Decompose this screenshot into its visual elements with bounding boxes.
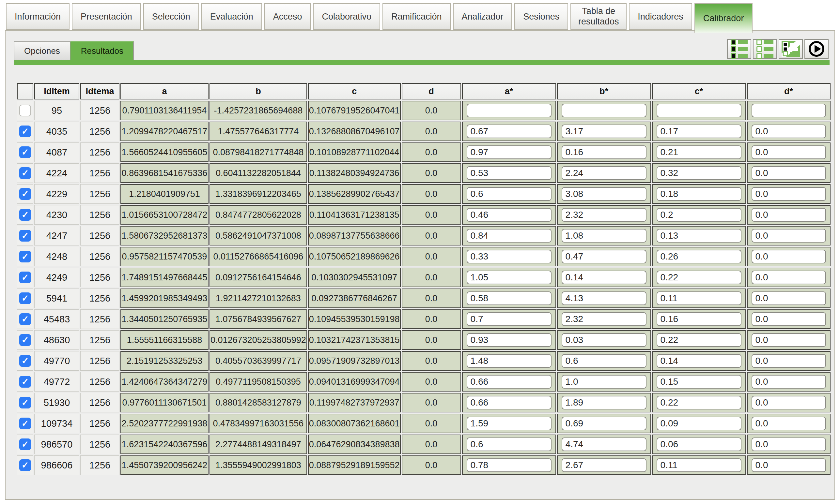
row-checkbox[interactable]: ✓ — [19, 438, 31, 450]
c-star-input[interactable] — [656, 187, 741, 201]
a-star-input[interactable] — [467, 145, 551, 159]
c-star-input[interactable] — [656, 291, 741, 305]
a-star-input[interactable] — [467, 437, 551, 451]
tab-seleccion[interactable]: Selección — [143, 3, 199, 30]
a-star-input[interactable] — [467, 291, 551, 305]
a-star-input[interactable] — [467, 354, 551, 368]
c-star-input[interactable] — [656, 417, 741, 430]
row-checkbox[interactable]: ✓ — [19, 376, 31, 388]
b-star-input[interactable] — [562, 104, 647, 118]
b-star-input[interactable] — [562, 312, 647, 326]
tab-analizador[interactable]: Analizador — [453, 3, 512, 30]
row-checkbox[interactable]: ✓ — [19, 418, 31, 429]
c-star-input[interactable] — [656, 458, 741, 472]
row-checkbox[interactable]: ✓ — [19, 188, 31, 200]
c-star-input[interactable] — [656, 271, 741, 284]
d-star-input[interactable] — [752, 312, 826, 326]
c-star-input[interactable] — [656, 250, 741, 264]
c-star-input[interactable] — [656, 396, 741, 410]
b-star-input[interactable] — [562, 271, 647, 284]
d-star-input[interactable] — [752, 417, 826, 430]
row-checkbox[interactable]: ✓ — [19, 209, 31, 221]
d-star-input[interactable] — [752, 396, 826, 410]
c-star-input[interactable] — [656, 229, 741, 242]
b-star-input[interactable] — [562, 375, 647, 389]
c-star-input[interactable] — [656, 166, 741, 180]
b-star-input[interactable] — [562, 187, 647, 201]
c-star-input[interactable] — [656, 375, 741, 389]
row-checkbox[interactable]: ✓ — [19, 146, 31, 158]
tab-ramificacion[interactable]: Ramificación — [382, 3, 451, 30]
d-star-input[interactable] — [752, 354, 826, 368]
tab-informacion[interactable]: Información — [6, 3, 69, 30]
a-star-input[interactable] — [467, 104, 551, 118]
b-star-input[interactable] — [562, 396, 647, 410]
run-button[interactable] — [804, 39, 828, 59]
a-star-input[interactable] — [467, 375, 551, 389]
tab-presentacion[interactable]: Presentación — [72, 3, 141, 30]
a-star-input[interactable] — [467, 229, 551, 242]
d-star-input[interactable] — [752, 250, 826, 264]
row-checkbox[interactable]: ✓ — [19, 230, 31, 241]
b-star-input[interactable] — [562, 458, 647, 472]
d-star-input[interactable] — [752, 229, 826, 242]
d-star-input[interactable] — [752, 333, 826, 347]
d-star-input[interactable] — [752, 145, 826, 159]
d-star-input[interactable] — [752, 437, 826, 451]
c-star-input[interactable] — [656, 333, 741, 347]
a-star-input[interactable] — [467, 458, 551, 472]
tab-acceso[interactable]: Acceso — [264, 3, 311, 30]
d-star-input[interactable] — [752, 187, 826, 201]
b-star-input[interactable] — [562, 417, 647, 430]
a-star-input[interactable] — [467, 312, 551, 326]
c-star-input[interactable] — [656, 125, 741, 138]
check-all-button[interactable] — [727, 39, 751, 59]
tab-evaluacion[interactable]: Evaluación — [201, 3, 262, 30]
a-star-input[interactable] — [467, 250, 551, 264]
d-star-input[interactable] — [752, 208, 826, 222]
row-checkbox[interactable]: ✓ — [19, 126, 31, 137]
row-checkbox[interactable]: ✓ — [19, 459, 31, 471]
b-star-input[interactable] — [562, 166, 647, 180]
b-star-input[interactable] — [562, 250, 647, 264]
row-checkbox[interactable]: ✓ — [19, 251, 31, 263]
invert-selection-button[interactable] — [779, 39, 803, 59]
a-star-input[interactable] — [467, 396, 551, 410]
b-star-input[interactable] — [562, 229, 647, 242]
b-star-input[interactable] — [562, 145, 647, 159]
tab-indicadores[interactable]: Indicadores — [629, 3, 692, 30]
b-star-input[interactable] — [562, 354, 647, 368]
tab-calibrador[interactable]: Calibrador — [695, 3, 753, 33]
a-star-input[interactable] — [467, 166, 551, 180]
a-star-input[interactable] — [467, 417, 551, 430]
b-star-input[interactable] — [562, 125, 647, 138]
a-star-input[interactable] — [467, 125, 551, 138]
row-checkbox[interactable]: ✓ — [19, 355, 31, 367]
c-star-input[interactable] — [656, 208, 741, 222]
d-star-input[interactable] — [752, 375, 826, 389]
row-checkbox[interactable]: ✓ — [19, 334, 31, 346]
subtab-opciones[interactable]: Opciones — [14, 41, 70, 60]
a-star-input[interactable] — [467, 333, 551, 347]
a-star-input[interactable] — [467, 208, 551, 222]
a-star-input[interactable] — [467, 271, 551, 284]
d-star-input[interactable] — [752, 125, 826, 138]
b-star-input[interactable] — [562, 333, 647, 347]
row-checkbox[interactable]: ✓ — [19, 397, 31, 409]
c-star-input[interactable] — [656, 437, 741, 451]
row-checkbox[interactable]: ✓ — [19, 313, 31, 325]
row-checkbox[interactable] — [19, 105, 31, 116]
tab-tabla-de-resultados[interactable]: Tabla de resultados — [570, 3, 627, 30]
row-checkbox[interactable]: ✓ — [19, 167, 31, 179]
d-star-input[interactable] — [752, 166, 826, 180]
row-checkbox[interactable]: ✓ — [19, 292, 31, 304]
b-star-input[interactable] — [562, 208, 647, 222]
tab-colaborativo[interactable]: Colaborativo — [313, 3, 380, 30]
c-star-input[interactable] — [656, 104, 741, 118]
c-star-input[interactable] — [656, 354, 741, 368]
c-star-input[interactable] — [656, 312, 741, 326]
d-star-input[interactable] — [752, 458, 826, 472]
subtab-resultados[interactable]: Resultados — [70, 41, 134, 60]
tab-sesiones[interactable]: Sesiones — [514, 3, 568, 30]
d-star-input[interactable] — [752, 291, 826, 305]
